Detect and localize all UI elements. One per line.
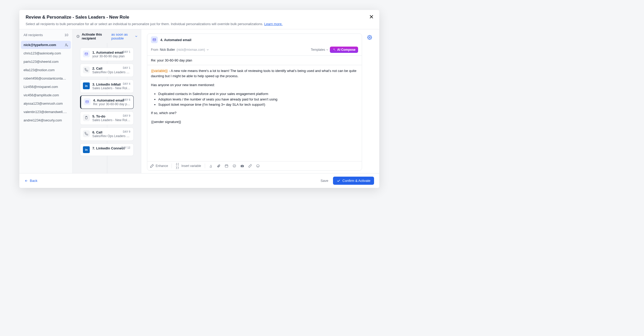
modal-title: Review & Personalize - Sales Leaders - N… [26, 15, 373, 20]
recipient-item[interactable]: Liz456@mixpanel.com [21, 83, 71, 91]
arrow-left-icon [25, 179, 28, 183]
step-card[interactable]: 2. Call Sales/Rev Ops Leaders N… DAY 1 [80, 64, 134, 77]
step-card[interactable]: in 7. LinkedIn Connect DAY 12 [80, 143, 134, 156]
recipient-item[interactable]: paris123@sheerid.com [21, 58, 71, 66]
step-day: DAY 12 [121, 146, 130, 149]
body-para3: If so, which one? [151, 110, 358, 116]
step-card[interactable]: 5. To-do Sales Leaders - New Role … DAY … [80, 111, 134, 125]
recipient-email: chris123@asknicely.com [24, 51, 61, 55]
recipient-item[interactable]: nick@typeform.com [21, 41, 71, 49]
step-card[interactable]: in 3. LinkedIn InMail Sales Leaders - Ne… [80, 80, 134, 93]
camera-icon[interactable] [240, 164, 244, 168]
recipient-item[interactable]: robert456@constantconta… [21, 74, 71, 82]
recipient-item[interactable]: andrei1234@securly.com [21, 116, 71, 124]
back-button[interactable]: Back [25, 179, 37, 183]
chevron-down-icon [326, 49, 328, 51]
emoji-icon[interactable] [256, 164, 260, 168]
step-sub: Sales Leaders - New Role … [92, 118, 130, 122]
enhance-label: Enhance [156, 164, 168, 168]
recipient-item[interactable]: alyssa123@semrush.com [21, 99, 71, 108]
all-recipients-row[interactable]: All recipients 10 [19, 29, 72, 41]
linkedin-icon: in [83, 146, 90, 153]
step-sub: Sales/Rev Ops Leaders N… [92, 70, 130, 74]
step-title: To-do [96, 114, 105, 118]
step-day: DAY 1 [123, 66, 130, 69]
settings-button[interactable] [366, 33, 374, 41]
email-from-row: From Nick Butler (nick@mixmax.com) Templ… [147, 46, 362, 56]
recipient-email: Liz456@mixpanel.com [24, 85, 58, 89]
ai-compose-button[interactable]: AI Compose [330, 47, 358, 53]
step-index: 3. [92, 82, 95, 86]
recipient-item[interactable]: chris123@asknicely.com [21, 49, 71, 57]
recipient-email: robert456@constantconta… [24, 76, 66, 80]
activate-option[interactable]: as soon as possible [111, 32, 137, 40]
clipboard-icon [83, 114, 90, 121]
svg-point-11 [257, 165, 259, 167]
step-index: 1. [92, 51, 95, 54]
email-card: 4. Automated email From Nick Butler (nic… [147, 33, 362, 171]
from-name: Nick Butler [160, 48, 175, 52]
variable-token[interactable]: {{variable}} [151, 69, 168, 73]
learn-more-link[interactable]: Learn more. [264, 22, 283, 26]
attachment-icon[interactable] [217, 164, 221, 168]
activate-label: Activate this recipient [82, 32, 109, 40]
calendar-icon[interactable] [224, 164, 229, 168]
recipient-item[interactable]: valentin123@demandwell.… [21, 108, 71, 116]
clock-icon [76, 34, 80, 38]
text-format-icon[interactable]: A [209, 164, 213, 168]
body-para2: Has anyone on your new team mentioned: [151, 82, 358, 88]
recipients-sidebar: All recipients 10 nick@typeform.com chri… [19, 29, 73, 173]
phone-icon [83, 66, 90, 73]
steps-column: Activate this recipient as soon as possi… [73, 29, 141, 173]
step-card[interactable]: 6. Call Sales/Rev Ops Leaders N… DAY 9 [80, 127, 134, 141]
all-recipients-count: 10 [65, 33, 68, 37]
recipient-item[interactable]: ella123@notion.com [21, 66, 71, 74]
recipient-email: nick@typeform.com [24, 43, 56, 47]
confirm-label: Confirm & Activate [342, 179, 370, 183]
templates-dropdown[interactable]: Templates [311, 48, 328, 52]
step-title: Automated email [96, 51, 123, 54]
email-icon [83, 51, 90, 57]
toolbar-separator [205, 164, 205, 168]
step-day: DAY 9 [123, 130, 130, 133]
step-title: Call [96, 130, 102, 134]
gear-icon [367, 35, 372, 40]
sparkle-icon [332, 48, 336, 51]
email-subject[interactable]: Re: your 30-60-90 day plan [147, 56, 362, 65]
step-card[interactable]: 1. Automated email your 30-60-90 day pla… [80, 48, 134, 61]
enhance-button[interactable]: Enhance [150, 164, 168, 168]
steps-list[interactable]: 1. Automated email your 30-60-90 day pla… [73, 43, 141, 173]
step-index: 2. [92, 66, 95, 70]
step-day: DAY 9 [123, 114, 130, 117]
step-index: 4. [93, 98, 96, 102]
linkedin-icon: in [83, 82, 90, 89]
chevron-down-icon[interactable] [207, 49, 209, 51]
insert-variable-button[interactable]: {{ }} Insert variable [176, 164, 201, 168]
phone-icon [83, 130, 90, 137]
recipient-item[interactable]: vic456@amplitude.com [21, 91, 71, 99]
chevron-down-icon [135, 35, 137, 38]
save-button[interactable]: Save [320, 179, 328, 183]
step-title: LinkedIn InMail [96, 82, 121, 86]
check-icon [337, 179, 340, 183]
editor-column: 4. Automated email From Nick Butler (nic… [141, 29, 379, 173]
svg-point-9 [233, 165, 236, 167]
from-label: From [151, 48, 158, 52]
step-card-active[interactable]: 4. Automated email Re: your 30-60-90 day… [80, 96, 134, 109]
email-icon [151, 36, 158, 43]
signature-token[interactable]: {{sender signature}} [151, 120, 181, 124]
step-day: DAY 4 [123, 82, 130, 85]
check-circle-icon[interactable] [232, 164, 236, 168]
step-index: 5. [92, 114, 95, 118]
modal-subtitle: Select all recipients to bulk personaliz… [26, 22, 373, 26]
confirm-activate-button[interactable]: Confirm & Activate [333, 177, 374, 185]
step-title: Call [96, 66, 102, 70]
body-bullet: Adoption levels / the number of seats yo… [158, 97, 358, 102]
link-icon[interactable] [248, 164, 252, 168]
activate-option-text: as soon as possible [111, 32, 134, 40]
email-body-editor[interactable]: {{variable}} - A new role means there's … [147, 65, 362, 161]
svg-point-0 [66, 44, 67, 45]
back-label: Back [30, 179, 37, 183]
recipient-list: nick@typeform.com chris123@asknicely.com… [19, 41, 72, 173]
recipient-email: paris123@sheerid.com [24, 60, 59, 64]
